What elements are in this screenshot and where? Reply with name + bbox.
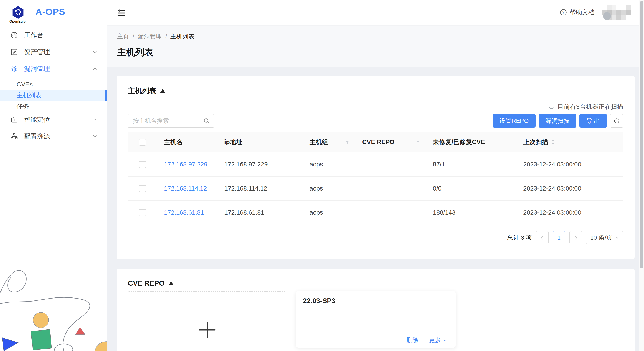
repo-delete-link[interactable]: 删除 [406,336,418,344]
export-button[interactable]: 导 出 [580,114,607,128]
search-icon[interactable] [203,117,210,124]
repo-actions: 删除 更多 [296,333,456,348]
medicine-box-icon [10,116,18,123]
search-input[interactable] [128,114,214,128]
filter-icon[interactable] [345,140,350,145]
col-cve-repo: CVE REPO [355,138,426,146]
repo-card-title: CVE REPO [128,279,165,287]
chevron-right-icon [573,235,578,240]
host-toolbar: 目前有3台机器正在扫描 设置REPO 漏洞扫描 导 出 [128,103,623,128]
breadcrumb-separator: / [165,33,167,40]
topbar: ? 帮助文档 [107,0,644,25]
sidebar: OpenEuler A-OPS 工作台 资产管理 [0,0,107,351]
cve-count-cell: 188/143 [426,209,516,216]
chevron-down-icon [92,50,97,54]
sidebar-item-label: 智能定位 [24,115,50,124]
col-host-group: 主机组 [303,138,355,146]
brand-logo[interactable]: OpenEuler A-OPS [0,0,107,24]
row-checkbox[interactable] [139,209,146,216]
collapse-caret-icon[interactable] [160,89,165,93]
breadcrumb-vulnerability[interactable]: 漏洞管理 [138,32,162,41]
breadcrumb-home[interactable]: 主页 [117,32,129,41]
sidebar-item-label: 资产管理 [24,48,50,56]
table-row: 172.168.61.81 172.168.61.81 aops — 188/1… [128,201,623,225]
repo-cell: — [355,185,426,192]
sidebar-item-config-trace[interactable]: 配置溯源 [0,129,107,143]
sidebar-item-tasks[interactable]: 任务 [0,101,107,112]
chevron-down-icon [615,236,619,240]
host-name-link[interactable]: 172.168.114.12 [164,185,207,192]
repo-more-link[interactable]: 更多 [429,336,447,344]
menu-fold-icon[interactable] [117,8,126,17]
user-avatar-blurred[interactable] [602,5,632,19]
cve-repo-card: CVE REPO 22.03-SP3 删除 [117,269,634,351]
refresh-button[interactable] [610,114,623,128]
ip-cell: 172.168.61.81 [218,209,303,216]
chevron-down-icon [443,338,447,343]
cve-count-cell: 0/0 [426,185,516,192]
page-header: 主页 / 漏洞管理 / 主机列表 主机列表 [107,25,644,67]
col-last-scan: 上次扫描 [516,138,623,146]
host-name-link[interactable]: 172.168.97.229 [164,161,208,168]
help-docs-link[interactable]: ? 帮助文档 [560,8,594,17]
add-repo-tile[interactable] [128,291,286,351]
row-checkbox[interactable] [139,185,146,192]
sorter-icon[interactable] [551,139,555,145]
repo-name: 22.03-SP3 [296,291,456,333]
sidebar-item-vulnerability[interactable]: 漏洞管理 [0,62,107,76]
content: 主页 / 漏洞管理 / 主机列表 主机列表 主机列表 [107,25,644,351]
scan-status-text: 目前有3台机器正在扫描 [558,103,623,111]
sidebar-item-diagnosis[interactable]: 智能定位 [0,113,107,126]
group-cell: aops [303,185,355,192]
page-size-value: 10 条/页 [590,234,612,242]
svg-text:?: ? [562,10,564,14]
breadcrumb-separator: / [132,33,134,40]
app-root: OpenEuler A-OPS 工作台 资产管理 [0,0,644,351]
topbar-right: ? 帮助文档 [560,5,632,19]
breadcrumb: 主页 / 漏洞管理 / 主机列表 [117,32,634,41]
table-row: 172.168.114.12 172.168.114.12 aops — 0/0… [128,177,623,201]
row-checkbox[interactable] [139,161,146,168]
sidebar-item-assets[interactable]: 资产管理 [0,45,107,59]
loading-spinner-icon [548,104,554,110]
col-hostname: 主机名 [157,138,218,146]
table-header-row: 主机名 ip地址 主机组 CVE REPO 未修复/已修复CVE 上次扫描 [128,132,623,152]
page-size-select[interactable]: 10 条/页 [586,231,623,244]
search-box [128,114,214,128]
prev-page-button[interactable] [536,231,549,244]
page-scrollbar[interactable] [639,0,644,351]
sidebar-item-workbench[interactable]: 工作台 [0,28,107,42]
col-cve-count: 未修复/已修复CVE [426,138,516,146]
last-scan-cell: 2023-12-24 03:00:00 [516,209,623,216]
logo-subtext: OpenEuler [10,19,27,23]
page-number-button[interactable]: 1 [552,231,566,244]
chevron-left-icon [540,235,545,240]
collapse-caret-icon[interactable] [168,281,174,285]
reload-icon [614,118,620,124]
next-page-button[interactable] [569,231,582,244]
select-all-checkbox[interactable] [139,139,146,146]
table-row: 172.168.97.229 172.168.97.229 aops — 87/… [128,152,623,177]
repo-cell: — [355,209,426,216]
scan-status: 目前有3台机器正在扫描 [548,103,623,111]
last-scan-cell: 2023-12-24 03:00:00 [516,185,623,192]
main-area: ? 帮助文档 [107,0,644,351]
filter-icon[interactable] [416,140,420,145]
pagination: 总计 3 项 1 10 条/页 [128,231,623,244]
sidebar-item-host-list[interactable]: 主机列表 [0,90,107,101]
dashboard-icon [10,31,18,39]
decorative-shapes [0,252,107,351]
plus-icon [197,320,218,340]
group-cell: aops [303,161,355,168]
scrollbar-thumb[interactable] [640,1,643,268]
host-list-card: 主机列表 目前有3 [117,76,634,259]
vulnerability-scan-button[interactable]: 漏洞扫描 [538,114,576,128]
cluster-icon [10,132,18,140]
host-name-link[interactable]: 172.168.61.81 [164,209,204,216]
chevron-down-icon [92,117,97,122]
question-circle-icon: ? [560,9,567,16]
ip-cell: 172.168.97.229 [218,161,303,168]
pagination-total: 总计 3 项 [507,234,532,242]
sidebar-item-cves[interactable]: CVEs [0,79,107,90]
set-repo-button[interactable]: 设置REPO [493,114,536,128]
